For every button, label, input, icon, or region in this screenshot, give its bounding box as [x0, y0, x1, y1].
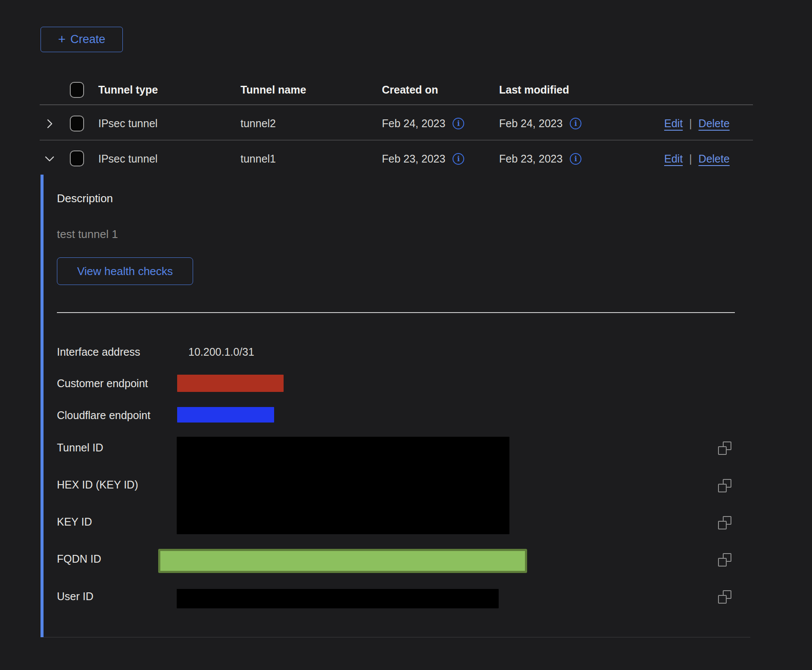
interface-address-label: Interface address: [57, 345, 140, 358]
delete-link[interactable]: Delete: [699, 152, 730, 165]
last-modified-date: Feb 24, 2023: [499, 117, 562, 130]
description-label: Description: [57, 192, 113, 205]
column-header-tunnel-name: Tunnel name: [240, 83, 306, 96]
tunnel-ids-redacted-value: [177, 437, 509, 534]
row-checkbox[interactable]: [70, 116, 84, 131]
tunnel-name-cell: tunnel2: [240, 117, 276, 130]
info-icon[interactable]: i: [570, 118, 581, 129]
create-button-label: Create: [70, 33, 105, 46]
cloudflare-endpoint-redacted-value: [177, 407, 274, 423]
customer-endpoint-redacted-value: [177, 375, 284, 392]
expanded-accent-bar: [41, 175, 44, 637]
info-icon[interactable]: i: [453, 118, 464, 129]
last-modified-cell: Feb 23, 2023 i: [499, 152, 581, 165]
description-value: test tunnel 1: [57, 228, 118, 241]
chevron-right-icon[interactable]: [44, 118, 55, 131]
row-actions: Edit | Delete: [664, 152, 730, 165]
tunnel-name-cell: tunnel1: [240, 152, 276, 165]
create-button[interactable]: + Create: [41, 27, 123, 52]
copy-icon-front-square: [718, 521, 727, 529]
copy-icon-front-square: [718, 484, 727, 492]
created-on-date: Feb 23, 2023: [382, 152, 445, 165]
chevron-down-icon[interactable]: [44, 153, 55, 166]
action-separator: |: [689, 117, 692, 130]
row-checkbox[interactable]: [70, 150, 84, 166]
last-modified-date: Feb 23, 2023: [499, 152, 562, 165]
panel-bottom-divider: [44, 637, 750, 638]
panel-divider: [57, 312, 735, 313]
interface-address-value: 10.200.1.0/31: [188, 345, 254, 358]
copy-icon-front-square: [718, 446, 727, 455]
created-on-date: Feb 24, 2023: [382, 117, 445, 130]
tunnels-page: + Create Tunnel type Tunnel name Created…: [0, 0, 812, 670]
fqdn-id-redacted-value: [158, 549, 527, 573]
copy-icon-front-square: [718, 558, 727, 567]
action-separator: |: [689, 152, 692, 165]
copy-icon[interactable]: [718, 479, 731, 492]
cloudflare-endpoint-label: Cloudflare endpoint: [57, 409, 150, 422]
hex-id-label: HEX ID (KEY ID): [57, 478, 138, 491]
row-divider: [40, 140, 753, 141]
fqdn-id-label: FQDN ID: [57, 552, 101, 565]
created-on-cell: Feb 23, 2023 i: [382, 152, 464, 165]
tunnel-type-cell: IPsec tunnel: [98, 152, 158, 165]
tunnel-id-label: Tunnel ID: [57, 441, 103, 454]
tunnel-type-cell: IPsec tunnel: [98, 117, 158, 130]
header-divider: [40, 104, 753, 105]
copy-icon[interactable]: [718, 441, 731, 455]
copy-icon[interactable]: [718, 590, 731, 604]
customer-endpoint-label: Customer endpoint: [57, 377, 148, 390]
column-header-tunnel-type: Tunnel type: [98, 83, 158, 96]
info-icon[interactable]: i: [453, 153, 464, 165]
user-id-redacted-value: [177, 589, 499, 608]
copy-icon[interactable]: [718, 516, 731, 529]
created-on-cell: Feb 24, 2023 i: [382, 117, 464, 130]
plus-icon: +: [58, 33, 66, 46]
user-id-label: User ID: [57, 590, 94, 603]
column-header-created-on: Created on: [382, 83, 438, 96]
info-icon[interactable]: i: [570, 153, 581, 165]
key-id-label: KEY ID: [57, 515, 92, 528]
copy-icon[interactable]: [718, 553, 731, 567]
edit-link[interactable]: Edit: [664, 152, 683, 165]
row-actions: Edit | Delete: [664, 117, 730, 130]
select-all-checkbox[interactable]: [70, 82, 84, 98]
copy-icon-front-square: [718, 595, 727, 604]
view-health-checks-button[interactable]: View health checks: [57, 257, 193, 285]
edit-link[interactable]: Edit: [664, 117, 683, 130]
column-header-last-modified: Last modified: [499, 83, 569, 96]
delete-link[interactable]: Delete: [699, 117, 730, 130]
last-modified-cell: Feb 24, 2023 i: [499, 117, 581, 130]
